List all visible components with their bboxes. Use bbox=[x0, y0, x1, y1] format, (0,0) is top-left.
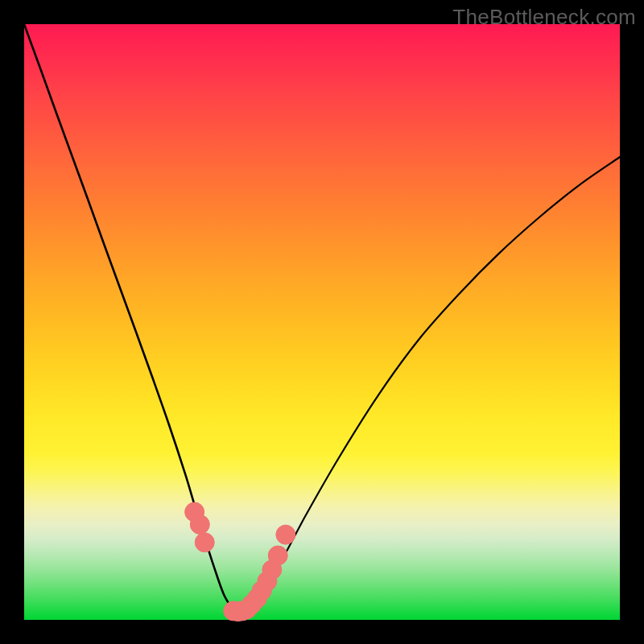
data-marker bbox=[195, 533, 214, 552]
chart-container: TheBottleneck.com bbox=[0, 0, 644, 644]
data-marker bbox=[268, 546, 287, 565]
watermark-text: TheBottleneck.com bbox=[452, 5, 636, 30]
data-marker bbox=[276, 525, 295, 544]
curve-right-curve bbox=[233, 157, 620, 612]
data-marker bbox=[190, 515, 209, 535]
curve-layer bbox=[24, 24, 620, 620]
